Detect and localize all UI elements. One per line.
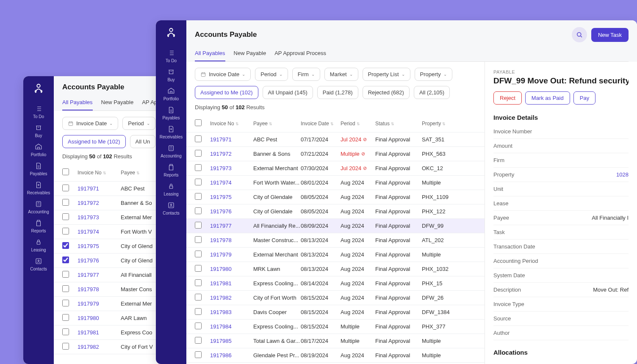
invoice-link[interactable]: 1917978 (210, 237, 253, 243)
filter-chip[interactable]: All Un (130, 135, 156, 148)
invoice-link[interactable]: 1917975 (210, 194, 253, 200)
row-checkbox[interactable] (62, 213, 69, 220)
tab-ap-approval-process[interactable]: AP Approval Process (274, 47, 326, 61)
row-checkbox[interactable] (195, 308, 202, 315)
invoice-link[interactable]: 1917976 (78, 257, 121, 264)
invoice-link[interactable]: 1917974 (78, 229, 121, 235)
filter-invoice-date[interactable]: Invoice Date⌄ (62, 117, 118, 130)
invoice-link[interactable]: 1917981 (210, 280, 253, 287)
table-row[interactable]: 1917976City of Glendale08/05/2024Aug 202… (186, 204, 485, 219)
nav-accounting[interactable]: Accounting (160, 142, 183, 161)
filter-market[interactable]: Market⌄ (324, 68, 358, 81)
tab-all-payables[interactable]: All Payables (195, 47, 225, 61)
row-checkbox[interactable] (195, 251, 202, 257)
row-checkbox[interactable] (62, 185, 69, 191)
table-row[interactable]: 1917984Express Cooling...08/15/2024Multi… (186, 320, 485, 334)
invoice-link[interactable]: 1917975 (78, 243, 121, 249)
filter-property[interactable]: Property⌄ (415, 68, 452, 81)
invoice-link[interactable]: 1917985 (210, 338, 253, 344)
nav-contacts[interactable]: Contacts (27, 255, 50, 274)
nav-leasing[interactable]: Leasing (27, 236, 50, 255)
filter-chip[interactable]: All (2,105) (414, 86, 450, 99)
table-row[interactable]: 1917973External Merchant07/30/2024Jul 20… (186, 161, 485, 176)
nav-accounting[interactable]: Accounting (27, 198, 50, 217)
col-header[interactable]: Invoice Date⇅ (301, 121, 341, 127)
row-checkbox[interactable] (195, 323, 202, 329)
invoice-link[interactable]: 1917976 (210, 208, 253, 215)
nav-leasing[interactable]: Leasing (160, 180, 183, 199)
nav-receivables[interactable]: Receivables (160, 123, 183, 142)
invoice-link[interactable]: 1917971 (78, 185, 121, 192)
nav-contacts[interactable]: Contacts (160, 199, 183, 218)
select-all-checkbox[interactable] (195, 119, 202, 126)
row-checkbox[interactable] (62, 228, 69, 234)
nav-buy[interactable]: Buy (27, 121, 50, 141)
col-header[interactable]: Status⇅ (375, 121, 422, 127)
mark-paid-button[interactable]: Mark as Paid (525, 91, 570, 105)
new-task-button[interactable]: New Task (591, 28, 629, 42)
row-checkbox[interactable] (195, 164, 202, 171)
row-checkbox[interactable] (62, 256, 69, 263)
invoice-link[interactable]: 1917977 (78, 272, 121, 278)
table-row[interactable]: 1917980MRK Lawn08/13/2024Aug 2024Final A… (186, 262, 485, 276)
row-checkbox[interactable] (195, 135, 202, 142)
filter-chip[interactable]: All Unpaid (145) (263, 86, 313, 99)
row-checkbox[interactable] (195, 179, 202, 185)
nav-payables[interactable]: Payables (27, 160, 50, 179)
row-checkbox[interactable] (195, 294, 202, 301)
col-header[interactable]: Payee⇅ (121, 170, 159, 176)
filter-chip[interactable]: Paid (1,278) (317, 86, 358, 99)
invoice-link[interactable]: 1917980 (210, 266, 253, 272)
invoice-link[interactable]: 1917979 (210, 251, 253, 258)
row-checkbox[interactable] (195, 207, 202, 214)
row-checkbox[interactable] (62, 314, 69, 321)
tab-new-payable[interactable]: New Payable (101, 96, 134, 110)
col-header[interactable]: Period⇅ (341, 121, 375, 127)
invoice-link[interactable]: 1917984 (210, 323, 253, 330)
col-header[interactable]: Property⇅ (422, 121, 456, 127)
table-row[interactable]: 1917985Total Lawn & Gar...08/17/2024Mult… (186, 334, 485, 348)
row-checkbox[interactable] (62, 328, 69, 335)
filter-invoice-date[interactable]: Invoice Date⌄ (195, 68, 251, 81)
invoice-link[interactable]: 1917978 (78, 286, 121, 292)
table-row[interactable]: 1917979External Merchant08/13/2024Aug 20… (186, 248, 485, 262)
nav-buy[interactable]: Buy (160, 66, 183, 85)
row-checkbox[interactable] (62, 271, 69, 278)
row-checkbox[interactable] (62, 343, 69, 350)
row-checkbox[interactable] (62, 242, 69, 249)
row-checkbox[interactable] (195, 265, 202, 272)
table-row[interactable]: 1917983Davis Cooper08/15/2024Aug 2024Fin… (186, 305, 485, 320)
row-checkbox[interactable] (195, 236, 202, 243)
table-row[interactable]: 1917971ABC Pest07/17/2024Jul 2024 ⊘Final… (186, 132, 485, 147)
col-header[interactable]: Invoice No⇅ (210, 121, 253, 127)
table-row[interactable]: 1917986Glendale Pest Pr...08/19/2024Aug … (186, 348, 485, 363)
reject-button[interactable]: Reject (493, 91, 522, 105)
invoice-link[interactable]: 1917979 (78, 301, 121, 307)
col-header[interactable]: Payee⇅ (253, 121, 301, 127)
table-row[interactable]: 1917981Express Cooling...08/14/2024Aug 2… (186, 276, 485, 291)
invoice-link[interactable]: 1917977 (210, 223, 253, 229)
nav-payables[interactable]: Payables (160, 104, 183, 123)
invoice-link[interactable]: 1917972 (78, 200, 121, 206)
nav-reports[interactable]: Reports (160, 161, 183, 180)
table-row[interactable]: 1917975City of Glendale08/05/2024Aug 202… (186, 190, 485, 204)
invoice-link[interactable]: 1917973 (78, 214, 121, 221)
nav-receivables[interactable]: Receivables (27, 179, 50, 198)
nav-reports[interactable]: Reports (27, 217, 50, 236)
invoice-link[interactable]: 1917982 (210, 295, 253, 301)
row-checkbox[interactable] (195, 150, 202, 157)
col-header[interactable]: Invoice No⇅ (78, 170, 121, 176)
filter-period[interactable]: Period⌄ (122, 117, 155, 130)
tab-all-payables[interactable]: All Payables (62, 96, 93, 110)
invoice-link[interactable]: 1917973 (210, 165, 253, 171)
filter-chip[interactable]: Assigned to Me (102) (195, 86, 258, 99)
table-row[interactable]: 1917972Banner & Sons07/21/2024Multiple ⊘… (186, 147, 485, 161)
filter-chip[interactable]: Rejected (682) (363, 86, 410, 99)
table-row[interactable]: 1917974Fort Worth Water...08/01/2024Aug … (186, 176, 485, 190)
nav-portfolio[interactable]: Portfolio (27, 141, 50, 160)
field-value[interactable]: 1028 (616, 171, 629, 178)
row-checkbox[interactable] (195, 193, 202, 200)
table-row[interactable]: 1917982City of Fort Worth08/15/2024Aug 2… (186, 291, 485, 305)
filter-firm[interactable]: Firm⌄ (292, 68, 320, 81)
row-checkbox[interactable] (62, 285, 69, 292)
